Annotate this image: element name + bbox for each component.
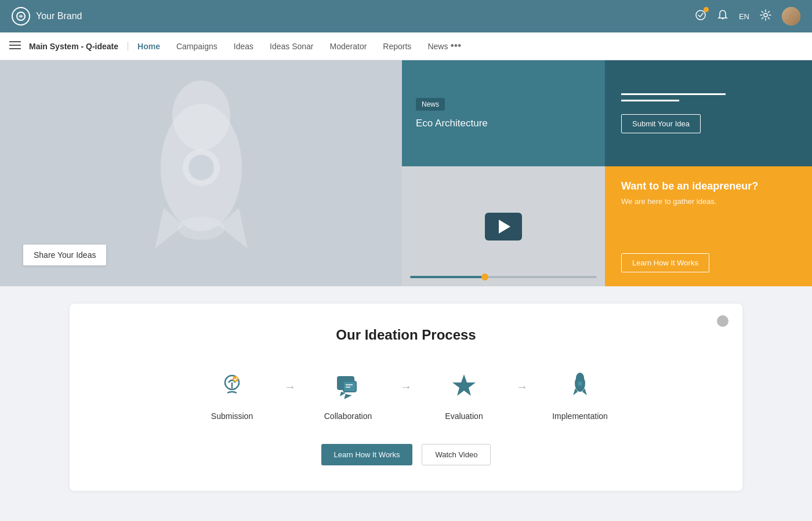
- svg-point-7: [172, 81, 230, 150]
- step-submission: Submission: [186, 369, 278, 421]
- arrow-1: →: [278, 380, 302, 394]
- nav-reports[interactable]: Reports: [383, 42, 411, 51]
- collaboration-icon: [331, 369, 365, 403]
- hero-banner: Share Your Ideas: [0, 60, 402, 286]
- arrow-2: →: [394, 380, 418, 394]
- settings-icon[interactable]: [760, 9, 771, 24]
- svg-point-9: [188, 155, 214, 180]
- svg-marker-19: [452, 374, 476, 396]
- notification-dot: [704, 7, 709, 12]
- process-title: Our Ideation Process: [93, 327, 719, 343]
- hero-middle: News Eco Architecture: [402, 60, 605, 286]
- hero-submit-panel: Submit Your Idea: [605, 60, 812, 166]
- step-collaboration-label: Collaboration: [324, 411, 372, 421]
- topbar-actions: EN: [695, 7, 800, 25]
- brand-icon: [12, 7, 30, 25]
- nav-more[interactable]: •••: [450, 40, 461, 52]
- svg-point-10: [178, 217, 224, 240]
- hamburger-icon[interactable]: [9, 41, 21, 52]
- video-progress-fill: [410, 276, 485, 278]
- check-icon[interactable]: [695, 9, 706, 24]
- language-selector[interactable]: EN: [739, 12, 749, 21]
- share-ideas-button[interactable]: Share Your Ideas: [23, 245, 106, 265]
- hero-video-panel: [402, 166, 605, 286]
- ideapreneur-title: Want to be an ideapreneur?: [621, 180, 796, 192]
- news-badge: News: [416, 98, 445, 111]
- bell-icon[interactable]: [717, 9, 728, 24]
- topbar: Your Brand EN: [0, 0, 812, 32]
- arrow-3: →: [510, 380, 534, 394]
- nav-home[interactable]: Home: [137, 42, 160, 51]
- step-implementation: Implementation: [534, 369, 626, 421]
- step-evaluation: Evaluation: [418, 369, 510, 421]
- rocket-illustration: [108, 81, 294, 266]
- video-progress-bar[interactable]: [410, 276, 597, 278]
- brand: Your Brand: [12, 7, 82, 25]
- process-dot: [717, 315, 728, 327]
- nav-moderator[interactable]: Moderator: [330, 42, 367, 51]
- evaluation-icon: [447, 369, 481, 403]
- step-submission-label: Submission: [211, 411, 253, 421]
- step-implementation-label: Implementation: [552, 411, 608, 421]
- implementation-icon: [563, 369, 597, 403]
- svg-point-22: [578, 381, 582, 386]
- learn-how-process-button[interactable]: Learn How It Works: [321, 444, 413, 465]
- step-evaluation-label: Evaluation: [445, 411, 483, 421]
- nav-ideas[interactable]: Ideas: [234, 42, 253, 51]
- video-progress-dot: [481, 274, 488, 280]
- hero-section: Share Your Ideas News Eco Architecture S…: [0, 60, 812, 286]
- video-play-button[interactable]: [485, 213, 522, 241]
- watch-video-button[interactable]: Watch Video: [422, 444, 491, 465]
- hero-ideapreneur-panel: Want to be an ideapreneur? We are here t…: [605, 166, 812, 286]
- hero-right: Submit Your Idea Want to be an ideaprene…: [605, 60, 812, 286]
- avatar[interactable]: [782, 7, 800, 25]
- svg-point-1: [696, 10, 705, 20]
- process-section: Our Ideation Process Submission →: [0, 286, 812, 514]
- submit-decoration-line1: [621, 93, 726, 95]
- nav-system-label: Main System - Q-ideate: [29, 42, 128, 51]
- submit-idea-button[interactable]: Submit Your Idea: [621, 114, 701, 133]
- navbar: Main System - Q-ideate Home Campaigns Id…: [0, 32, 812, 60]
- news-title: Eco Architecture: [416, 118, 591, 129]
- process-steps: Submission → Collaboration: [93, 369, 719, 421]
- nav-links: Home Campaigns Ideas Ideas Sonar Moderat…: [137, 41, 448, 52]
- nav-campaigns[interactable]: Campaigns: [176, 42, 217, 51]
- process-actions: Learn How It Works Watch Video: [93, 444, 719, 465]
- learn-how-hero-button[interactable]: Learn How It Works: [621, 253, 709, 272]
- nav-news[interactable]: News: [427, 42, 448, 51]
- ideapreneur-sub: We are here to gather ideas.: [621, 197, 796, 206]
- svg-point-13: [233, 376, 238, 382]
- step-collaboration: Collaboration: [302, 369, 394, 421]
- submission-icon: [215, 369, 249, 403]
- submit-decoration-line2: [621, 100, 679, 101]
- svg-point-2: [764, 13, 767, 17]
- brand-label: Your Brand: [36, 11, 82, 21]
- nav-ideas-sonar[interactable]: Ideas Sonar: [270, 42, 314, 51]
- process-card: Our Ideation Process Submission →: [70, 304, 742, 491]
- svg-rect-16: [343, 381, 356, 392]
- hero-news-panel: News Eco Architecture: [402, 60, 605, 166]
